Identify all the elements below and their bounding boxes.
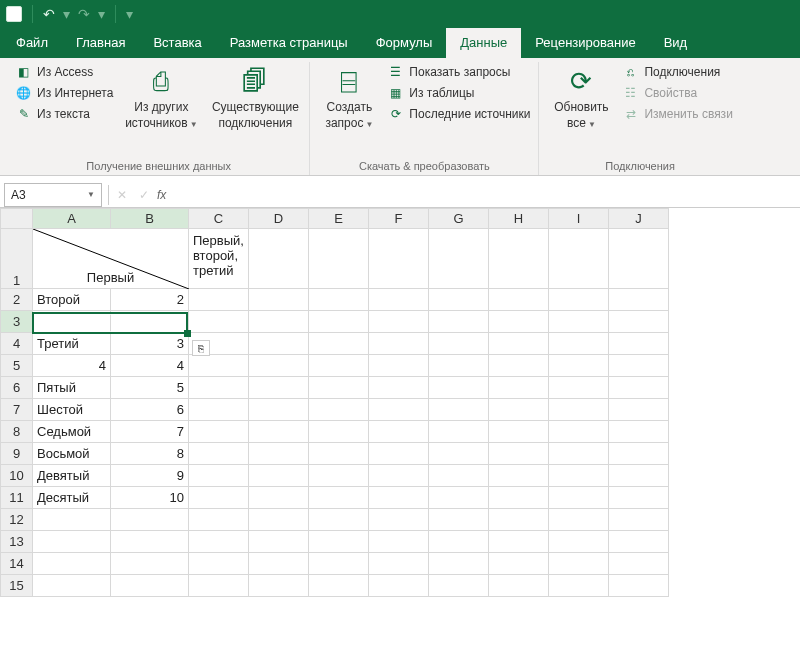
btn-show-queries[interactable]: ☰Показать запросы bbox=[388, 62, 530, 81]
col-header-C[interactable]: C bbox=[189, 209, 249, 229]
cell-A9[interactable]: Восьмой bbox=[33, 443, 111, 465]
cell-J1[interactable] bbox=[609, 229, 669, 289]
row-header-10[interactable]: 10 bbox=[1, 465, 33, 487]
cell-B6[interactable]: 5 bbox=[111, 377, 189, 399]
btn-from-access[interactable]: ◧Из Access bbox=[16, 62, 113, 81]
btn-refresh-all-line1: Обновить bbox=[554, 100, 608, 114]
btn-existing-conn-line2: подключения bbox=[218, 116, 292, 130]
btn-from-access-label: Из Access bbox=[37, 65, 93, 79]
row-header-15[interactable]: 15 bbox=[1, 575, 33, 597]
btn-other-sources[interactable]: ⎙ Из других источников▼ bbox=[121, 62, 201, 132]
cell-B3[interactable] bbox=[111, 311, 189, 333]
tab-page-layout[interactable]: Разметка страницы bbox=[216, 28, 362, 58]
save-icon[interactable] bbox=[6, 6, 22, 22]
cell-A4[interactable]: Третий bbox=[33, 333, 111, 355]
formula-bar: A3 ▼ ✕ ✓ fx bbox=[0, 182, 800, 208]
undo-caret-icon[interactable]: ▾ bbox=[63, 6, 70, 22]
row-header-9[interactable]: 9 bbox=[1, 443, 33, 465]
row-header-13[interactable]: 13 bbox=[1, 531, 33, 553]
cell-A3[interactable] bbox=[33, 311, 111, 333]
col-header-A[interactable]: A bbox=[33, 209, 111, 229]
tab-data[interactable]: Данные bbox=[446, 28, 521, 58]
connections-icon: ⎌ bbox=[623, 64, 638, 79]
btn-refresh-all[interactable]: ⟳ Обновить все▼ bbox=[547, 62, 615, 132]
cell-A8[interactable]: Седьмой bbox=[33, 421, 111, 443]
cell-A7[interactable]: Шестой bbox=[33, 399, 111, 421]
redo-caret-icon[interactable]: ▾ bbox=[98, 6, 105, 22]
row-header-4[interactable]: 4 bbox=[1, 333, 33, 355]
other-sources-icon: ⎙ bbox=[144, 64, 178, 98]
row-header-2[interactable]: 2 bbox=[1, 289, 33, 311]
cell-A10[interactable]: Девятый bbox=[33, 465, 111, 487]
cell-A2[interactable]: Второй bbox=[33, 289, 111, 311]
cell-C1[interactable]: Первый, второй, третий bbox=[189, 229, 249, 289]
tab-insert[interactable]: Вставка bbox=[139, 28, 215, 58]
tab-view[interactable]: Вид bbox=[650, 28, 702, 58]
cell-A5[interactable]: 4 bbox=[33, 355, 111, 377]
col-header-B[interactable]: B bbox=[111, 209, 189, 229]
cell-G1[interactable] bbox=[429, 229, 489, 289]
row-header-3[interactable]: 3 bbox=[1, 311, 33, 333]
row-header-11[interactable]: 11 bbox=[1, 487, 33, 509]
select-all-corner[interactable] bbox=[1, 209, 33, 229]
from-table-icon: ▦ bbox=[388, 85, 403, 100]
tab-file[interactable]: Файл bbox=[2, 28, 62, 58]
cell-B8[interactable]: 7 bbox=[111, 421, 189, 443]
web-icon: 🌐 bbox=[16, 85, 31, 100]
name-box[interactable]: A3 ▼ bbox=[4, 183, 102, 207]
chevron-down-icon[interactable]: ▼ bbox=[87, 190, 95, 199]
cell-F1[interactable] bbox=[369, 229, 429, 289]
cell-B9[interactable]: 8 bbox=[111, 443, 189, 465]
tab-home[interactable]: Главная bbox=[62, 28, 139, 58]
worksheet[interactable]: A B C D E F G H I J 1 Первый Первый, вто… bbox=[0, 208, 800, 597]
cell-D1[interactable] bbox=[249, 229, 309, 289]
btn-from-text[interactable]: ✎Из текста bbox=[16, 104, 113, 123]
undo-icon[interactable]: ↶ bbox=[43, 6, 55, 22]
btn-connections[interactable]: ⎌Подключения bbox=[623, 62, 732, 81]
row-header-5[interactable]: 5 bbox=[1, 355, 33, 377]
cell-B2[interactable]: 2 bbox=[111, 289, 189, 311]
btn-from-table[interactable]: ▦Из таблицы bbox=[388, 83, 530, 102]
row-header-12[interactable]: 12 bbox=[1, 509, 33, 531]
row-header-6[interactable]: 6 bbox=[1, 377, 33, 399]
col-header-I[interactable]: I bbox=[549, 209, 609, 229]
col-header-E[interactable]: E bbox=[309, 209, 369, 229]
redo-icon[interactable]: ↷ bbox=[78, 6, 90, 22]
col-header-G[interactable]: G bbox=[429, 209, 489, 229]
cell-H1[interactable] bbox=[489, 229, 549, 289]
btn-recent-sources[interactable]: ⟳Последние источники bbox=[388, 104, 530, 123]
btn-from-web[interactable]: 🌐Из Интернета bbox=[16, 83, 113, 102]
col-header-D[interactable]: D bbox=[249, 209, 309, 229]
cell-E1[interactable] bbox=[309, 229, 369, 289]
cell-B7[interactable]: 6 bbox=[111, 399, 189, 421]
btn-existing-conn[interactable]: 🗐 Существующие подключения bbox=[209, 62, 301, 132]
tab-review[interactable]: Рецензирование bbox=[521, 28, 649, 58]
row-header-8[interactable]: 8 bbox=[1, 421, 33, 443]
cell-B5[interactable]: 4 bbox=[111, 355, 189, 377]
row-header-7[interactable]: 7 bbox=[1, 399, 33, 421]
cell-I1[interactable] bbox=[549, 229, 609, 289]
row-header-14[interactable]: 14 bbox=[1, 553, 33, 575]
cell-B11[interactable]: 10 bbox=[111, 487, 189, 509]
tab-formulas[interactable]: Формулы bbox=[362, 28, 447, 58]
btn-edit-links: ⇄Изменить связи bbox=[623, 104, 732, 123]
cell-A11[interactable]: Десятый bbox=[33, 487, 111, 509]
fx-label[interactable]: fx bbox=[157, 188, 166, 202]
cell-B4[interactable]: 3 bbox=[111, 333, 189, 355]
qat-customize-icon[interactable]: ▾ bbox=[126, 6, 133, 22]
autofill-options-icon[interactable]: ⎘ bbox=[192, 340, 210, 356]
cell-A1-B1-merged[interactable]: Первый bbox=[33, 229, 189, 289]
col-header-H[interactable]: H bbox=[489, 209, 549, 229]
formula-input[interactable] bbox=[176, 183, 800, 207]
cell-B10[interactable]: 9 bbox=[111, 465, 189, 487]
group-get-transform: ⌸ Создать запрос▼ ☰Показать запросы ▦Из … bbox=[310, 62, 539, 175]
btn-new-query-line1: Создать bbox=[327, 100, 373, 114]
chevron-down-icon: ▼ bbox=[588, 120, 596, 129]
cell-C2[interactable] bbox=[189, 289, 249, 311]
row-header-1[interactable]: 1 bbox=[1, 229, 33, 289]
selection-fill-handle[interactable] bbox=[184, 330, 191, 337]
col-header-F[interactable]: F bbox=[369, 209, 429, 229]
cell-A6[interactable]: Пятый bbox=[33, 377, 111, 399]
col-header-J[interactable]: J bbox=[609, 209, 669, 229]
btn-new-query[interactable]: ⌸ Создать запрос▼ bbox=[318, 62, 380, 132]
